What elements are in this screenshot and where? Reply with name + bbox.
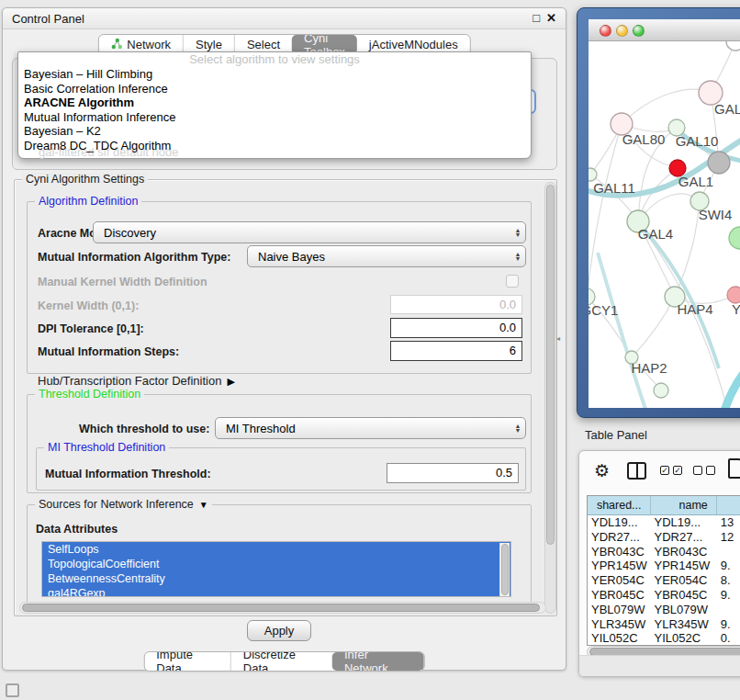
algorithm-option[interactable]: Bayesian – K2	[18, 124, 531, 139]
algorithm-option[interactable]: Mutual Information Inference	[18, 110, 531, 125]
algorithm-option[interactable]: Dream8 DC_TDC Algorithm	[18, 139, 531, 153]
attribute-item[interactable]: SelfLoops	[42, 542, 510, 557]
node-label: GAL4	[638, 226, 673, 242]
table-column-header[interactable]: name	[651, 496, 717, 514]
spinner-arrows-icon: ▲▼	[510, 252, 525, 261]
network-node[interactable]	[729, 227, 740, 249]
which-threshold-label: Which threshold to use:	[79, 423, 209, 435]
mi-algorithm-type-value: Naive Bayes	[248, 250, 510, 264]
select-checkboxes-icon[interactable]: ✓✓	[660, 466, 682, 475]
network-node[interactable]	[589, 168, 597, 181]
mi-threshold-field[interactable]: 0.5	[387, 463, 519, 483]
table-row[interactable]: YDR27...YDR27...12	[588, 530, 740, 545]
tab-infer-network[interactable]: Infer Network	[332, 652, 424, 671]
apply-button[interactable]: Apply	[247, 620, 311, 641]
table-cell: YBL079W	[651, 603, 717, 617]
data-attributes-list: SelfLoopsTopologicalCoefficientBetweenne…	[41, 541, 511, 597]
unchecked-box-icon	[693, 466, 702, 475]
attribute-item[interactable]: BetweennessCentrality	[42, 571, 510, 586]
network-window-titlebar[interactable]	[589, 19, 740, 41]
network-canvas[interactable]: GALGAL80GAL10GAL11GAL1SWI4GAL4GCY1HAP4YH…	[589, 41, 740, 408]
table-cell: YER054C	[588, 573, 651, 588]
table-row[interactable]: YPR145WYPR145W9.	[588, 559, 740, 573]
network-edge[interactable]	[675, 201, 700, 297]
float-window-icon[interactable]: □	[533, 11, 540, 25]
split-columns-icon[interactable]	[627, 462, 646, 480]
splitter-collapse-handle[interactable]: ◂	[556, 334, 560, 343]
attributes-vscroll-thumb[interactable]	[501, 544, 509, 595]
mi-algorithm-type-combobox[interactable]: Naive Bayes ▲▼	[247, 245, 526, 267]
table-row[interactable]: YBR045CYBR045C9.	[588, 588, 740, 603]
attributes-vertical-scrollbar[interactable]	[499, 543, 510, 597]
table-row[interactable]: YER054CYER054C8.	[588, 573, 740, 588]
settings-horizontal-scrollbar[interactable]	[19, 602, 546, 614]
deselect-checkboxes-icon[interactable]	[693, 466, 715, 475]
aracne-mode-combobox[interactable]: Discovery ▲▼	[93, 221, 526, 243]
function-page-icon[interactable]	[728, 458, 740, 479]
node-label: GAL11	[593, 180, 635, 196]
mac-minimize-button[interactable]	[616, 25, 628, 37]
screen: Control Panel □ ✕ NetworkStyleSelectCyni…	[0, 0, 740, 700]
table-cell: YDL19...	[651, 515, 717, 530]
mi-threshold-definition-title: MI Threshold Definition	[44, 441, 169, 454]
mac-zoom-button[interactable]	[633, 25, 645, 37]
algorithm-option[interactable]: Bayesian – Hill Climbing	[18, 67, 531, 82]
table-cell	[717, 545, 740, 559]
algorithm-dropdown-popup: Select algorithm to view settings Bayesi…	[17, 51, 532, 159]
table-cell: YLR345W	[588, 617, 651, 632]
manual-kernel-width-checkbox[interactable]	[506, 275, 519, 288]
table-panel-title: Table Panel	[585, 428, 647, 442]
table-cell: YBR045C	[651, 588, 717, 603]
table-cell: 0.	[717, 631, 740, 646]
spinner-arrows-icon: ▲▼	[510, 228, 525, 237]
close-panel-icon[interactable]: ✕	[546, 11, 556, 25]
network-edge[interactable]	[622, 89, 711, 124]
network-node[interactable]	[726, 41, 740, 51]
tab-impute-data[interactable]: Impute Data	[144, 652, 230, 671]
node-label: Y	[732, 301, 740, 317]
network-edge[interactable]	[598, 253, 645, 408]
table-cell: YLR345W	[651, 617, 717, 632]
network-node[interactable]	[708, 152, 730, 174]
table-cell: YDL19...	[588, 515, 651, 530]
minimized-panel-icon[interactable]	[6, 683, 19, 697]
table-column-header[interactable]	[717, 496, 740, 514]
which-threshold-combobox[interactable]: MI Threshold ▲▼	[215, 417, 526, 439]
node-label: GAL	[714, 101, 740, 117]
tab-discretize-data[interactable]: Discretize Data	[230, 652, 332, 671]
table-cell: YER054C	[651, 573, 717, 588]
gear-icon[interactable]: ⚙	[594, 460, 610, 481]
hub-definition-toggle[interactable]: Hub/Transcription Factor Definition▶	[38, 374, 235, 388]
table-cell: 12	[717, 530, 740, 545]
network-edge[interactable]	[724, 359, 740, 408]
attribute-item[interactable]: TopologicalCoefficient	[42, 557, 510, 571]
settings-hscroll-thumb[interactable]	[22, 604, 540, 612]
table-column-header[interactable]: shared...	[588, 496, 651, 514]
table-row[interactable]: YBL079WYBL079W	[588, 603, 740, 617]
table-row[interactable]: YBR043CYBR043C	[588, 545, 740, 559]
network-edge[interactable]	[632, 297, 675, 357]
network-icon	[110, 38, 122, 52]
algorithm-option[interactable]: ARACNE Algorithm	[18, 96, 531, 110]
table-cell: YBL079W	[588, 603, 651, 617]
control-panel-titlebar: Control Panel □ ✕	[3, 8, 566, 29]
table-cell: 9.	[717, 588, 740, 603]
sources-title[interactable]: Sources for Network Inference▼	[35, 498, 212, 511]
settings-vscroll-thumb[interactable]	[546, 185, 555, 545]
network-node[interactable]	[654, 383, 668, 398]
settings-vertical-scrollbar[interactable]	[544, 182, 556, 614]
mi-steps-field[interactable]: 6	[390, 341, 522, 361]
table-row[interactable]: YDL19...YDL19...13	[588, 515, 740, 530]
node-label: GAL80	[622, 131, 666, 147]
network-window-frame[interactable]: GALGAL80GAL10GAL11GAL1SWI4GAL4GCY1HAP4YH…	[577, 7, 740, 418]
table-row[interactable]: YIL052CYIL052C0.	[588, 631, 740, 646]
attribute-item[interactable]: gal4RGexp	[42, 586, 510, 597]
mac-close-button[interactable]	[600, 25, 611, 37]
table-row[interactable]: YLR345WYLR345W9.	[588, 617, 740, 632]
dpi-tolerance-field[interactable]: 0.0	[390, 318, 522, 338]
table-cell: YPR145W	[588, 559, 651, 573]
kernel-width-field[interactable]: 0.0	[390, 295, 522, 314]
checked-box-icon: ✓	[673, 466, 682, 475]
network-edge[interactable]	[589, 124, 622, 297]
algorithm-option[interactable]: Basic Correlation Inference	[18, 82, 531, 96]
